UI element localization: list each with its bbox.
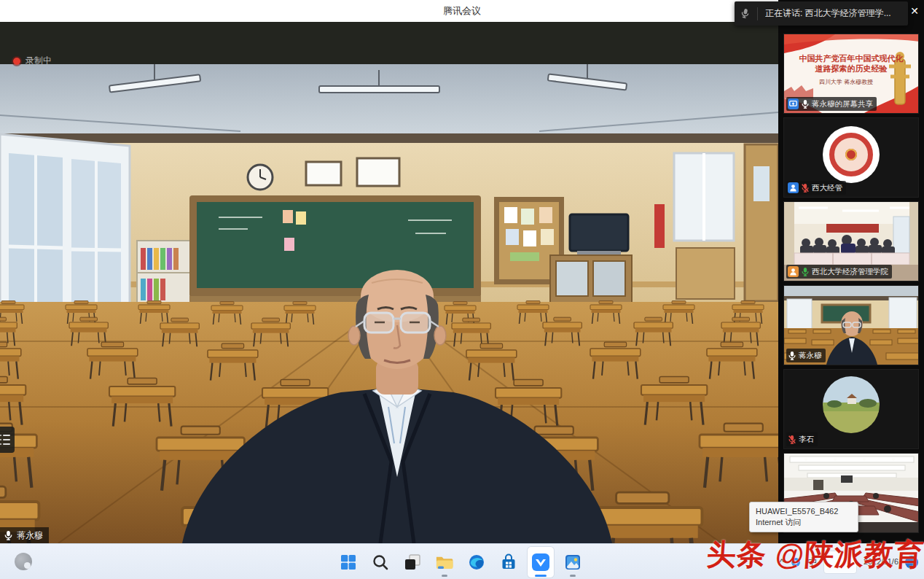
windows-logo-icon [340, 553, 357, 571]
participant-thumb-nwu-school[interactable]: 西北大学经济管理学院 [783, 201, 919, 281]
windows-taskbar: ^ 中 2022/11/6 [0, 543, 924, 579]
network-tooltip: HUAWEI_E5576_B462 Internet 访问 [749, 502, 858, 532]
mic-on-icon [4, 530, 13, 541]
system-tray: ^ 中 2022/11/6 [780, 544, 918, 579]
mic-muted-icon [788, 435, 796, 445]
participant-sidebar: 中国共产党百年中国式现代化 道路探索的历史经验 四川大学 蒋永穆教授 蒋永穆的屏… [778, 0, 924, 543]
participant-thumb-speaker[interactable]: 蒋永穆 [783, 285, 919, 365]
participant-label: 西北大学经济管理学院 [786, 265, 892, 279]
tray-flyout-panel[interactable] [823, 551, 857, 574]
avatar [823, 126, 880, 183]
ime-indicator[interactable]: 中 [807, 556, 817, 569]
network-ssid: HUAWEI_E5576_B462 [756, 506, 852, 517]
screen-share-icon [788, 98, 799, 109]
main-video-stage: 录制中 蒋永穆 [0, 22, 778, 543]
running-indicator [442, 575, 447, 577]
slide-title: 中国共产党百年中国式现代化 道路探索的历史经验 [784, 53, 918, 74]
running-indicator [570, 575, 576, 577]
active-indicator [535, 575, 547, 577]
taskbar-center-icons [335, 544, 586, 579]
participant-name: 西大经管 [812, 183, 842, 193]
active-speaker-text: 正在讲话: 西北大学经济管理学... [765, 7, 891, 20]
avatar [823, 376, 880, 433]
edge-icon [468, 553, 485, 571]
tencent-meeting-icon [531, 553, 550, 572]
participant-name: 李石 [799, 435, 814, 445]
list-icon [3, 435, 10, 436]
file-explorer-icon [435, 553, 454, 571]
participant-panel-toggle[interactable] [0, 427, 15, 453]
speaker-name: 蒋永穆 [17, 529, 43, 542]
participant-thumb-screen-share[interactable]: 中国共产党百年中国式现代化 道路探索的历史经验 四川大学 蒋永穆教授 蒋永穆的屏… [783, 34, 919, 114]
file-explorer-button[interactable] [431, 547, 458, 578]
microsoft-store-icon [500, 553, 517, 571]
clock-date[interactable]: 2022/11/6 [864, 557, 898, 567]
photos-button[interactable] [560, 547, 586, 578]
speaking-mic-icon [739, 7, 751, 20]
start-button[interactable] [335, 547, 361, 578]
notification-icon[interactable] [905, 556, 918, 569]
recording-indicator: 录制中 [13, 55, 52, 67]
task-view-button[interactable] [399, 547, 426, 578]
close-button[interactable]: ✕ [907, 4, 922, 18]
mic-on-icon [788, 351, 796, 361]
speaker-name-tag: 蒋永穆 [0, 527, 49, 543]
search-button[interactable] [367, 547, 394, 578]
mic-speaking-icon [801, 267, 810, 277]
participant-name: 蒋永穆 [799, 351, 822, 361]
active-speaker-banner: 正在讲话: 西北大学经济管理学... [735, 1, 908, 26]
tencent-meeting-button[interactable] [528, 547, 554, 578]
task-view-icon [404, 553, 421, 571]
widgets-icon[interactable] [15, 553, 32, 570]
photos-icon [564, 553, 582, 571]
participant-name: 蒋永穆的屏幕共享 [812, 99, 873, 109]
participant-name: 西北大学经济管理学院 [812, 267, 888, 277]
member-icon [788, 266, 799, 277]
participant-thumb-xida-jingguan[interactable]: 西大经管 [783, 117, 919, 198]
recording-dot-icon [13, 58, 20, 65]
network-status: Internet 访问 [756, 517, 852, 528]
mic-on-icon [801, 99, 810, 109]
edge-button[interactable] [463, 547, 490, 578]
store-button[interactable] [496, 547, 522, 578]
tray-overflow-chevron-icon[interactable]: ^ [780, 556, 784, 567]
participant-label: 蒋永穆 [786, 349, 826, 362]
participant-thumb-lishi[interactable]: 李石 [783, 369, 919, 449]
virtual-classroom-background [0, 64, 778, 543]
recording-label: 录制中 [26, 55, 52, 67]
window-title: 腾讯会议 [443, 4, 481, 18]
search-icon [372, 553, 389, 571]
slide-subtitle: 四川大学 蒋永穆教授 [784, 78, 908, 86]
mic-muted-icon [801, 183, 810, 193]
participant-label: 西大经管 [786, 181, 846, 195]
participant-label: 李石 [786, 432, 818, 446]
participant-label: 蒋永穆的屏幕共享 [786, 97, 877, 111]
tray-app-icon[interactable] [791, 557, 801, 567]
member-icon [788, 182, 799, 193]
